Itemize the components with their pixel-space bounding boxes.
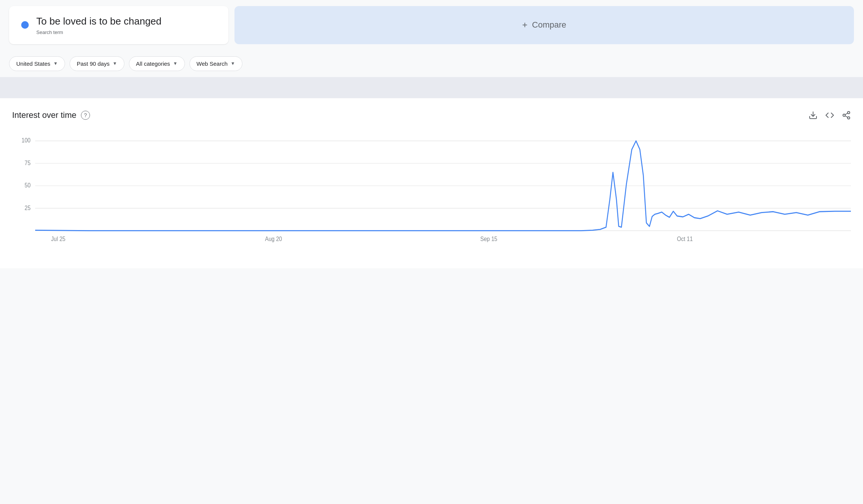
embed-icon[interactable]: [825, 111, 834, 120]
search-type-chevron-icon: ▼: [231, 61, 235, 66]
spacer-bar: [0, 77, 863, 98]
svg-text:100: 100: [22, 137, 31, 144]
svg-line-4: [845, 116, 848, 117]
help-symbol: ?: [84, 112, 87, 118]
section-header: Interest over time ?: [12, 110, 851, 120]
section-title-row: Interest over time ?: [12, 110, 90, 120]
interest-over-time-section: Interest over time ?: [0, 98, 863, 268]
svg-line-5: [845, 113, 848, 114]
share-icon[interactable]: [842, 111, 851, 120]
search-type-filter[interactable]: Web Search ▼: [189, 56, 242, 71]
time-filter-label: Past 90 days: [77, 60, 110, 67]
chart-container: 100 75 50 25 Jul 25 Aug 20 Sep 15 Oct 11: [12, 132, 851, 253]
search-term-title: To be loved is to be changed: [36, 15, 161, 28]
svg-text:75: 75: [25, 159, 31, 166]
location-chevron-icon: ▼: [53, 61, 58, 66]
search-card: To be loved is to be changed Search term: [9, 6, 228, 44]
category-filter[interactable]: All categories ▼: [129, 56, 185, 71]
svg-text:Aug 20: Aug 20: [265, 235, 282, 242]
search-dot: [21, 21, 29, 29]
time-chevron-icon: ▼: [113, 61, 117, 66]
category-filter-label: All categories: [136, 60, 170, 67]
compare-plus-icon: +: [522, 20, 528, 30]
svg-text:25: 25: [25, 204, 31, 211]
svg-text:50: 50: [25, 182, 31, 189]
interest-chart: 100 75 50 25 Jul 25 Aug 20 Sep 15 Oct 11: [12, 132, 851, 253]
download-icon[interactable]: [809, 111, 818, 120]
compare-label: Compare: [532, 20, 566, 30]
section-title: Interest over time: [12, 110, 76, 120]
time-filter[interactable]: Past 90 days ▼: [70, 56, 124, 71]
search-section: To be loved is to be changed Search term…: [0, 0, 863, 50]
filters-row: United States ▼ Past 90 days ▼ All categ…: [0, 50, 863, 77]
help-icon[interactable]: ?: [81, 111, 90, 120]
location-filter[interactable]: United States ▼: [9, 56, 65, 71]
search-text-block: To be loved is to be changed Search term: [36, 15, 161, 35]
svg-text:Jul 25: Jul 25: [51, 235, 65, 242]
header-actions: [809, 111, 851, 120]
search-type-filter-label: Web Search: [197, 60, 228, 67]
location-filter-label: United States: [16, 60, 50, 67]
compare-card[interactable]: + Compare: [234, 6, 854, 44]
svg-text:Oct 11: Oct 11: [677, 235, 693, 242]
search-term-label: Search term: [36, 29, 161, 35]
category-chevron-icon: ▼: [173, 61, 178, 66]
svg-text:Sep 15: Sep 15: [480, 235, 497, 242]
